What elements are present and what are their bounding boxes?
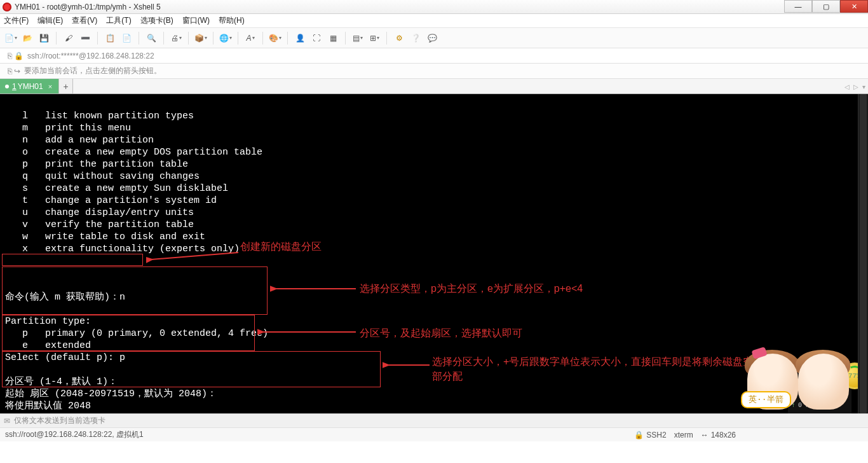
- session-dropdown-icon[interactable]: ⎘: [5, 49, 14, 63]
- lock-icon: 🔒: [14, 52, 24, 60]
- disconnect-icon[interactable]: ➖: [78, 31, 92, 45]
- lock-icon[interactable]: 👤: [293, 31, 307, 45]
- annotation-2: 选择分区类型，p为主分区，e为扩展分区，p+e<4: [360, 282, 583, 294]
- address-text[interactable]: ssh://root:******@192.168.248.128:22: [27, 52, 154, 60]
- reconnect-icon[interactable]: 🖌: [62, 31, 76, 45]
- hint-text: 要添加当前会话，点击左侧的箭头按钮。: [24, 66, 161, 76]
- paste-icon[interactable]: 📄: [119, 31, 133, 45]
- status-proto: SSH2: [646, 431, 666, 439]
- tab-list-icon[interactable]: ▾: [862, 83, 865, 90]
- send-icon[interactable]: ✉: [4, 417, 10, 425]
- menu-tools[interactable]: 工具(T): [106, 15, 131, 26]
- settings-icon[interactable]: ⚙: [392, 31, 406, 45]
- layout-icon[interactable]: ▤▾: [351, 31, 365, 45]
- session-tab-ymh01[interactable]: 1 YMH01 ×: [0, 79, 59, 93]
- print-icon[interactable]: 🖨▾: [169, 31, 183, 45]
- tab-scroll-right-icon[interactable]: ▷: [853, 83, 858, 90]
- menubar: 文件(F) 编辑(E) 查看(V) 工具(T) 选项卡(B) 窗口(W) 帮助(…: [0, 14, 868, 28]
- new-tab-button[interactable]: +: [59, 79, 73, 93]
- window-title: YMH01 - root@ymh-01:/tmp/ymh - Xshell 5: [15, 3, 865, 11]
- send-bar: ✉ 仅将文本发送到当前选项卡: [0, 413, 868, 427]
- annotation-4-line1: 选择分区大小，+号后跟数字单位表示大小，直接回车则是将剩余磁盘空间全: [432, 356, 773, 368]
- window-titlebar: YMH01 - root@ymh-01:/tmp/ymh - Xshell 5 …: [0, 0, 868, 14]
- quick-cmd-icon[interactable]: ⎘: [5, 64, 14, 78]
- add-icon[interactable]: ⊞▾: [367, 31, 381, 45]
- fdisk-menu: l list known partition types m print thi…: [5, 110, 863, 255]
- tab-label: YMH01: [18, 82, 43, 91]
- add-session-icon[interactable]: ↪: [14, 67, 20, 76]
- maximize-button[interactable]: ▢: [812, 0, 840, 13]
- minimize-button[interactable]: —: [784, 0, 812, 13]
- menu-tabs[interactable]: 选项卡(B): [140, 15, 173, 26]
- status-term: xterm: [674, 431, 693, 439]
- highlight-box-1: [2, 254, 143, 266]
- annotation-4-line2: 部分配: [432, 370, 463, 382]
- status-connection: ssh://root@192.168.248.128:22, 虚拟机1: [5, 429, 627, 440]
- chat-icon[interactable]: 💬: [425, 31, 439, 45]
- status-bar: ssh://root@192.168.248.128:22, 虚拟机1 🔒SSH…: [0, 427, 868, 441]
- mascot-label: 英··半箭: [741, 391, 791, 408]
- menu-file[interactable]: 文件(F): [4, 15, 29, 26]
- menu-help[interactable]: 帮助(H): [219, 15, 245, 26]
- menu-edit[interactable]: 编辑(E): [37, 15, 63, 26]
- font-icon[interactable]: A▾: [243, 31, 257, 45]
- size-icon: ↔: [701, 431, 709, 439]
- send-text[interactable]: 仅将文本发送到当前选项卡: [14, 415, 105, 426]
- globe-icon[interactable]: 🌐▾: [219, 31, 233, 45]
- tab-status-dot: [5, 85, 9, 88]
- save-icon[interactable]: 💾: [37, 31, 51, 45]
- tab-index: 1: [12, 82, 17, 91]
- toolbar: 📄▾ 📂 💾 🖌 ➖ 📋 📄 🔍 🖨▾ 📦▾ 🌐▾ A▾ 🎨▾ 👤 ⛶ ▦ ▤▾…: [0, 28, 868, 48]
- secure-icon: 🔒: [634, 431, 644, 439]
- address-bar: ⎘ 🔒 ssh://root:******@192.168.248.128:22: [0, 48, 868, 64]
- fullscreen-icon[interactable]: ⛶: [309, 31, 323, 45]
- open-icon[interactable]: 📂: [20, 31, 34, 45]
- tab-scroll-left-icon[interactable]: ◁: [844, 83, 850, 90]
- annotation-1: 创建新的磁盘分区: [240, 240, 322, 252]
- copy-icon[interactable]: 📋: [103, 31, 117, 45]
- tab-bar: 1 YMH01 × + ◁ ▷ ▾: [0, 79, 868, 94]
- transfer-icon[interactable]: 📦▾: [194, 31, 208, 45]
- mascot: 英··半箭: [728, 346, 862, 410]
- hint-bar: ⎘ ↪ 要添加当前会话，点击左侧的箭头按钮。: [0, 64, 868, 79]
- search-icon[interactable]: 🔍: [144, 31, 158, 45]
- tile-icon[interactable]: ▦: [326, 31, 340, 45]
- help-icon[interactable]: ❔: [409, 31, 423, 45]
- close-button[interactable]: ✕: [840, 0, 868, 13]
- new-session-icon[interactable]: 📄▾: [4, 31, 18, 45]
- color-icon[interactable]: 🎨▾: [268, 31, 282, 45]
- terminal[interactable]: l list known partition types m print thi…: [0, 94, 868, 413]
- terminal-scrollbar[interactable]: [858, 94, 868, 413]
- app-icon: [3, 3, 11, 11]
- tab-close-icon[interactable]: ×: [48, 83, 52, 90]
- menu-window[interactable]: 窗口(W): [182, 15, 210, 26]
- menu-view[interactable]: 查看(V): [72, 15, 97, 26]
- annotation-3: 分区号，及起始扇区，选择默认即可: [360, 327, 522, 339]
- status-size: 148x26: [711, 431, 736, 439]
